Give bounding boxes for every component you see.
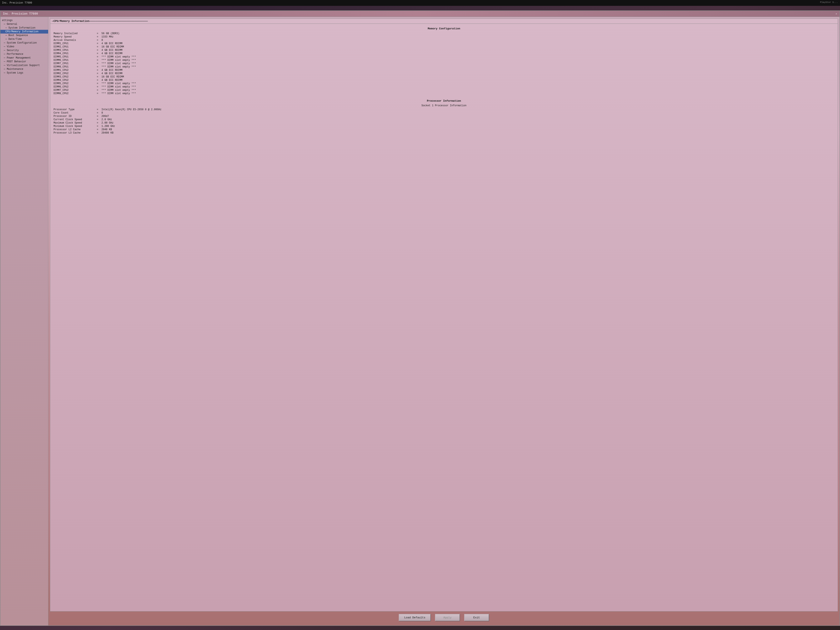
row-value: 4 GB ECC RDIMM	[101, 79, 835, 82]
sidebar-item-video[interactable]: — Video	[0, 45, 48, 49]
row-label: Maximum Clock Speed	[53, 121, 95, 125]
top-bar: Inc. Precision T7600 PlayStor S...	[0, 0, 840, 6]
row-value: 8	[101, 38, 835, 42]
memory-row: Active Channels=8	[53, 38, 835, 42]
sidebar: ettings — General — System Information C…	[0, 17, 48, 625]
sidebar-item-system-information[interactable]: — System Information	[0, 26, 48, 30]
sidebar-item-security[interactable]: — Security	[0, 49, 48, 52]
socket-label: Socket 1 Processor Information	[53, 104, 835, 107]
row-label: DIMM8_CPU1	[53, 65, 95, 68]
row-value: 20480 KB	[101, 131, 835, 134]
row-value: *** DIMM slot empty ***	[101, 58, 835, 62]
row-label: DIMM7_CPU2	[53, 88, 95, 92]
row-label: DIMM1_CPU1	[53, 42, 95, 45]
row-value: 2048 KB	[101, 128, 835, 131]
row-value: *** DIMM slot empty ***	[101, 88, 835, 92]
row-label: DIMM5_CPU1	[53, 55, 95, 58]
sidebar-item-maintenance[interactable]: — Maintenance	[0, 67, 48, 71]
memory-row: DIMM1_CPU2=4 GB ECC RDIMM	[53, 68, 835, 72]
sidebar-item-performance[interactable]: — Performance	[0, 52, 48, 56]
memory-section-header: Memory Configuration	[53, 27, 835, 30]
memory-row: DIMM3_CPU2=16 GB ECC RDIMM	[53, 75, 835, 79]
close-button[interactable]: ✕	[835, 12, 837, 16]
row-label: DIMM7_CPU1	[53, 62, 95, 65]
row-label: Minimum Clock Speed	[53, 125, 95, 128]
content-panel: —CPU/Memory Information—————————————————…	[50, 19, 838, 611]
top-bar-title: Inc. Precision T7600	[2, 2, 32, 5]
panel-title: CPU/Memory Information	[54, 20, 89, 23]
row-value: *** DIMM slot empty ***	[101, 65, 835, 68]
row-value: 206d7	[101, 115, 835, 118]
processor-section-header: Processor Information	[53, 99, 835, 103]
sidebar-item-cpu-memory[interactable]: CPU/Memory Information	[0, 30, 48, 33]
row-value: 2.00 GHz	[101, 121, 835, 125]
processor-row: Maximum Clock Speed=2.00 GHz	[53, 121, 835, 125]
processor-row: Current Clock Speed=2.0 GHz	[53, 118, 835, 121]
row-label: DIMM1_CPU2	[53, 68, 95, 72]
row-value: 16 GB ECC RDIMM	[101, 75, 835, 79]
row-value: *** DIMM slot empty ***	[101, 55, 835, 58]
screen-background: Inc. Precision T7600 PlayStor S... Inc. …	[0, 0, 840, 630]
row-value: 8	[101, 111, 835, 115]
button-bar: Load Defaults Apply Exit	[50, 611, 838, 624]
row-label: Processor Type	[53, 108, 95, 111]
sidebar-item-system-logs[interactable]: — System Logs	[0, 71, 48, 75]
row-label: Memory Speed	[53, 35, 95, 38]
sidebar-item-power-management[interactable]: — Power Management	[0, 56, 48, 60]
row-label: DIMM6_CPU1	[53, 58, 95, 62]
processor-row: Core Count=8	[53, 111, 835, 115]
memory-row: Memory Installed=56 GB (DDR3)	[53, 32, 835, 35]
row-value: 1.200 GHz	[101, 125, 835, 128]
load-defaults-button[interactable]: Load Defaults	[399, 614, 431, 621]
bios-window: Inc. Precision T7600 ✕ ettings — General…	[0, 10, 840, 626]
row-label: Processor ID	[53, 115, 95, 118]
row-label: DIMM3_CPU2	[53, 75, 95, 79]
memory-row: DIMM6_CPU2=*** DIMM slot empty ***	[53, 85, 835, 88]
row-value: 16 GB ECC RDIMM	[101, 45, 835, 49]
row-value: *** DIMM slot empty ***	[101, 62, 835, 65]
sidebar-item-general[interactable]: — General	[0, 22, 48, 26]
row-value: 4 GB ECC RDIMM	[101, 72, 835, 75]
row-label: Current Clock Speed	[53, 118, 95, 121]
memory-row: DIMM3_CPU1=4 GB ECC RDIMM	[53, 49, 835, 52]
memory-row: DIMM6_CPU1=*** DIMM slot empty ***	[53, 58, 835, 62]
processor-row: Processor L2 Cache=2048 KB	[53, 128, 835, 131]
panel-title-bar: —CPU/Memory Information—————————————————…	[50, 19, 838, 24]
sidebar-item-boot-sequence[interactable]: — Boot Sequence	[0, 33, 48, 37]
memory-row: DIMM4_CPU2=4 GB ECC RDIMM	[53, 79, 835, 82]
row-label: DIMM4_CPU1	[53, 52, 95, 55]
memory-row: DIMM2_CPU1=16 GB ECC RDIMM	[53, 45, 835, 49]
sidebar-item-virtualization[interactable]: — Virtualization Support	[0, 63, 48, 67]
row-label: Active Channels	[53, 38, 95, 42]
processor-row: Processor ID=206d7	[53, 115, 835, 118]
bios-title-bar: Inc. Precision T7600 ✕	[0, 11, 840, 17]
row-value: 4 GB ECC RDIMM	[101, 49, 835, 52]
sidebar-item-system-config[interactable]: — System Configuration	[0, 41, 48, 45]
processor-table: Processor Type=Intel(R) Xeon(R) CPU E5-2…	[53, 108, 835, 134]
row-value: *** DIMM slot empty ***	[101, 82, 835, 85]
memory-row: DIMM5_CPU2=*** DIMM slot empty ***	[53, 82, 835, 85]
bios-title-text: Inc. Precision T7600	[3, 12, 38, 16]
exit-button[interactable]: Exit	[464, 614, 489, 621]
top-right-text: PlayStor S...	[820, 1, 838, 3]
row-label: Processor L3 Cache	[53, 131, 95, 134]
row-label: DIMM8_CPU2	[53, 92, 95, 95]
row-label: DIMM3_CPU1	[53, 49, 95, 52]
sidebar-item-post-behavior[interactable]: — POST Behavior	[0, 60, 48, 63]
processor-row: Minimum Clock Speed=1.200 GHz	[53, 125, 835, 128]
row-label: DIMM2_CPU1	[53, 45, 95, 49]
row-value: 4 GB ECC RDIMM	[101, 42, 835, 45]
row-value: 1333 MHz	[101, 35, 835, 38]
row-value: *** DIMM slot empty ***	[101, 92, 835, 95]
row-label: DIMM2_CPU2	[53, 72, 95, 75]
apply-button[interactable]: Apply	[435, 614, 460, 621]
row-value: 56 GB (DDR3)	[101, 32, 835, 35]
row-label: DIMM5_CPU2	[53, 82, 95, 85]
row-value: *** DIMM slot empty ***	[101, 85, 835, 88]
memory-table: Memory Installed=56 GB (DDR3)Memory Spee…	[53, 32, 835, 95]
panel-inner[interactable]: Memory Configuration Memory Installed=56…	[50, 24, 838, 611]
processor-row: Processor Type=Intel(R) Xeon(R) CPU E5-2…	[53, 108, 835, 111]
sidebar-item-datetime[interactable]: — Date/Time	[0, 37, 48, 41]
memory-row: DIMM8_CPU2=*** DIMM slot empty ***	[53, 92, 835, 95]
memory-row: DIMM7_CPU2=*** DIMM slot empty ***	[53, 88, 835, 92]
